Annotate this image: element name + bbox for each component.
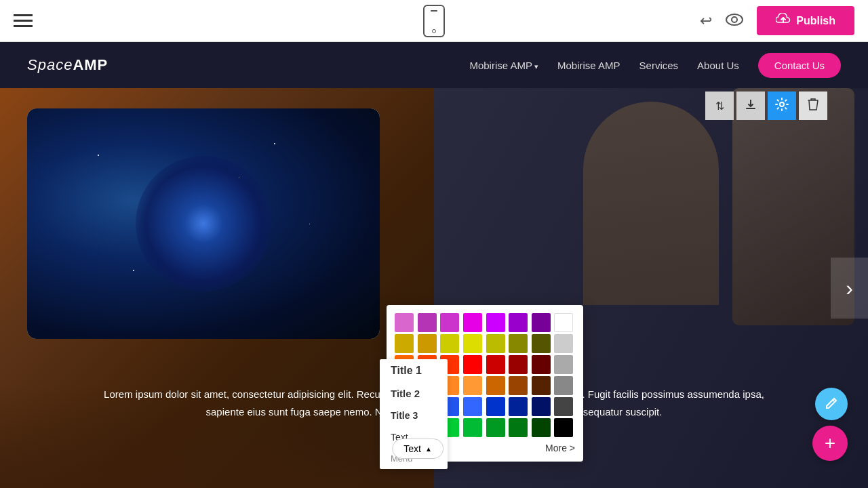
- text-type-title3[interactable]: Title 3: [380, 405, 448, 426]
- color-swatch[interactable]: [486, 418, 505, 437]
- download-icon: [745, 98, 757, 113]
- phone-preview-icon[interactable]: [423, 5, 445, 37]
- color-swatch[interactable]: [554, 355, 573, 374]
- color-swatch-black[interactable]: [554, 418, 573, 437]
- text-type-title1[interactable]: Title 1: [380, 359, 448, 382]
- color-swatch[interactable]: [463, 355, 482, 374]
- color-swatch[interactable]: [486, 397, 505, 416]
- add-plus-icon: +: [825, 434, 835, 453]
- site-logo: SpaceAMP: [27, 56, 108, 74]
- color-swatch[interactable]: [554, 376, 573, 395]
- color-swatch[interactable]: [509, 397, 528, 416]
- color-swatch[interactable]: [509, 313, 528, 332]
- publish-label: Publish: [796, 15, 835, 27]
- download-button[interactable]: [736, 92, 765, 120]
- color-swatch[interactable]: [418, 313, 437, 332]
- hero-panel-left: [0, 88, 434, 488]
- color-swatch[interactable]: [463, 376, 482, 395]
- hero-section: ⇅: [0, 88, 868, 488]
- color-swatch[interactable]: [463, 397, 482, 416]
- nav-link-mobirise-amp-1[interactable]: Mobirise AMP: [469, 60, 538, 71]
- color-swatch[interactable]: [509, 376, 528, 395]
- color-swatch[interactable]: [395, 334, 414, 353]
- color-swatch[interactable]: [532, 397, 551, 416]
- text-type-title2[interactable]: Title 2: [380, 382, 448, 405]
- section-toolbar: ⇅: [705, 92, 827, 120]
- color-swatch[interactable]: [395, 313, 414, 332]
- nav-link-about-us[interactable]: About Us: [697, 60, 739, 71]
- color-swatch[interactable]: [509, 334, 528, 353]
- logo-italic-text: Space: [27, 56, 73, 73]
- edit-pencil-icon: [824, 395, 839, 413]
- align-icon: [457, 442, 471, 456]
- site-nav-links: Mobirise AMP Mobirise AMP Services About…: [469, 53, 841, 78]
- color-swatch[interactable]: [463, 334, 482, 353]
- main-content: SpaceAMP Mobirise AMP Mobirise AMP Servi…: [0, 42, 868, 488]
- svg-point-2: [780, 102, 784, 106]
- color-swatch[interactable]: [463, 418, 482, 437]
- color-swatch[interactable]: [532, 334, 551, 353]
- toolbar-left: [14, 14, 33, 27]
- hamburger-menu[interactable]: [14, 14, 33, 27]
- color-swatch[interactable]: [440, 313, 459, 332]
- nav-link-mobirise-amp-2[interactable]: Mobirise AMP: [557, 60, 620, 71]
- undo-icon[interactable]: ↩: [700, 12, 712, 30]
- next-arrow[interactable]: ›: [831, 258, 868, 319]
- cloud-upload-icon: [776, 13, 791, 28]
- sort-button[interactable]: ⇅: [705, 92, 734, 120]
- top-toolbar: ↩ Publish: [0, 0, 868, 42]
- site-nav: SpaceAMP Mobirise AMP Mobirise AMP Servi…: [0, 42, 868, 88]
- publish-button[interactable]: Publish: [757, 6, 854, 35]
- delete-trash-icon: [808, 98, 818, 114]
- color-swatch[interactable]: [554, 334, 573, 353]
- bottom-bar: Text ▲: [392, 436, 476, 461]
- fab-edit-button[interactable]: [815, 388, 848, 420]
- color-swatch[interactable]: [440, 334, 459, 353]
- logo-bold-text: AMP: [73, 56, 108, 73]
- color-swatch[interactable]: [509, 418, 528, 437]
- color-swatch[interactable]: [486, 313, 505, 332]
- nav-link-services[interactable]: Services: [639, 60, 679, 71]
- color-swatch[interactable]: [532, 313, 551, 332]
- color-swatch[interactable]: [532, 355, 551, 374]
- svg-point-1: [732, 17, 737, 22]
- arrow-up-icon: ▲: [425, 445, 432, 453]
- eye-icon[interactable]: [726, 12, 743, 30]
- settings-gear-icon: [775, 98, 789, 114]
- color-swatch[interactable]: [486, 355, 505, 374]
- text-selector-button[interactable]: Text ▲: [392, 439, 443, 459]
- color-swatch[interactable]: [532, 376, 551, 395]
- color-swatch[interactable]: [532, 418, 551, 437]
- color-swatch[interactable]: [463, 313, 482, 332]
- color-swatch[interactable]: [554, 397, 573, 416]
- svg-point-0: [726, 14, 743, 25]
- color-swatch[interactable]: [486, 376, 505, 395]
- sort-icon: ⇅: [715, 100, 724, 113]
- align-button[interactable]: [452, 436, 476, 461]
- color-swatch[interactable]: [509, 355, 528, 374]
- text-selector-label: Text: [403, 443, 421, 454]
- color-swatch-white[interactable]: [554, 313, 573, 332]
- fab-add-button[interactable]: +: [812, 426, 848, 461]
- toolbar-center: [423, 5, 445, 37]
- next-arrow-icon: ›: [846, 276, 853, 301]
- color-swatch[interactable]: [418, 334, 437, 353]
- contact-us-button[interactable]: Contact Us: [758, 53, 841, 78]
- toolbar-right: ↩ Publish: [700, 6, 854, 35]
- settings-button[interactable]: [768, 92, 796, 120]
- color-swatch[interactable]: [486, 334, 505, 353]
- delete-button[interactable]: [799, 92, 827, 120]
